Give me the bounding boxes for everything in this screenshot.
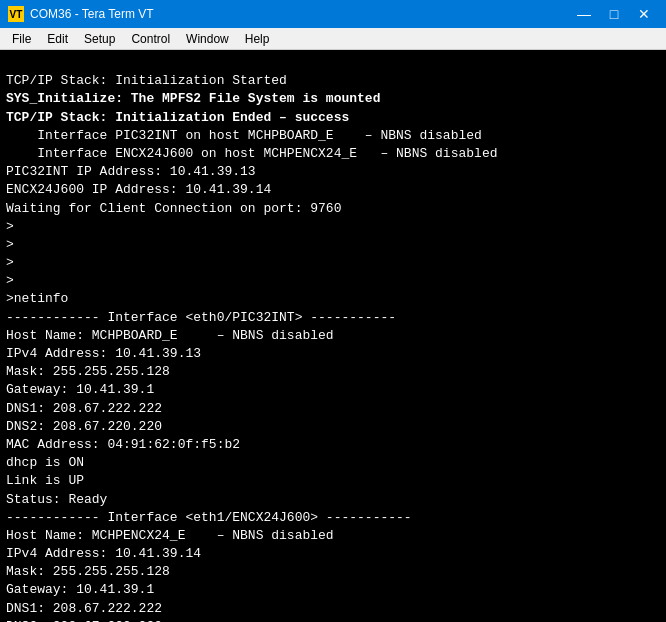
terminal-line: ENCX24J600 IP Address: 10.41.39.14	[6, 181, 660, 199]
terminal-line: Mask: 255.255.255.128	[6, 563, 660, 581]
terminal-line: dhcp is ON	[6, 454, 660, 472]
terminal-line: Host Name: MCHPBOARD_E – NBNS disabled	[6, 327, 660, 345]
terminal-line: DNS1: 208.67.222.222	[6, 600, 660, 618]
window-controls: — □ ✕	[570, 4, 658, 24]
terminal-line: DNS1: 208.67.222.222	[6, 400, 660, 418]
terminal-line: Interface PIC32INT on host MCHPBOARD_E –…	[6, 127, 660, 145]
terminal-line: Mask: 255.255.255.128	[6, 363, 660, 381]
terminal-line: Link is UP	[6, 472, 660, 490]
terminal-line: PIC32INT IP Address: 10.41.39.13	[6, 163, 660, 181]
terminal-line: TCP/IP Stack: Initialization Ended – suc…	[6, 109, 660, 127]
terminal-line: >	[6, 272, 660, 290]
terminal-line: Gateway: 10.41.39.1	[6, 381, 660, 399]
terminal-line: SYS_Initialize: The MPFS2 File System is…	[6, 90, 660, 108]
terminal[interactable]: TCP/IP Stack: Initialization StartedSYS_…	[0, 50, 666, 622]
close-button[interactable]: ✕	[630, 4, 658, 24]
menu-item-edit[interactable]: Edit	[39, 30, 76, 48]
menu-bar: File Edit Setup Control Window Help	[0, 28, 666, 50]
window-title: COM36 - Tera Term VT	[30, 7, 564, 21]
terminal-line: >	[6, 254, 660, 272]
terminal-line: Host Name: MCHPENCX24_E – NBNS disabled	[6, 527, 660, 545]
terminal-line: DNS2: 208.67.220.220	[6, 618, 660, 622]
menu-item-file[interactable]: File	[4, 30, 39, 48]
app-icon: VT	[8, 6, 24, 22]
terminal-line: ------------ Interface <eth0/PIC32INT> -…	[6, 309, 660, 327]
terminal-line: ------------ Interface <eth1/ENCX24J600>…	[6, 509, 660, 527]
minimize-button[interactable]: —	[570, 4, 598, 24]
terminal-line: Waiting for Client Connection on port: 9…	[6, 200, 660, 218]
terminal-line: >netinfo	[6, 290, 660, 308]
terminal-line: IPv4 Address: 10.41.39.14	[6, 545, 660, 563]
terminal-line: >	[6, 236, 660, 254]
menu-item-setup[interactable]: Setup	[76, 30, 123, 48]
terminal-line: MAC Address: 04:91:62:0f:f5:b2	[6, 436, 660, 454]
terminal-line: >	[6, 218, 660, 236]
menu-item-control[interactable]: Control	[123, 30, 178, 48]
terminal-line: DNS2: 208.67.220.220	[6, 418, 660, 436]
terminal-line: Gateway: 10.41.39.1	[6, 581, 660, 599]
maximize-button[interactable]: □	[600, 4, 628, 24]
terminal-line: IPv4 Address: 10.41.39.13	[6, 345, 660, 363]
title-bar: VT COM36 - Tera Term VT — □ ✕	[0, 0, 666, 28]
terminal-line: Interface ENCX24J600 on host MCHPENCX24_…	[6, 145, 660, 163]
menu-item-window[interactable]: Window	[178, 30, 237, 48]
terminal-line: TCP/IP Stack: Initialization Started	[6, 72, 660, 90]
menu-item-help[interactable]: Help	[237, 30, 278, 48]
terminal-line: Status: Ready	[6, 491, 660, 509]
